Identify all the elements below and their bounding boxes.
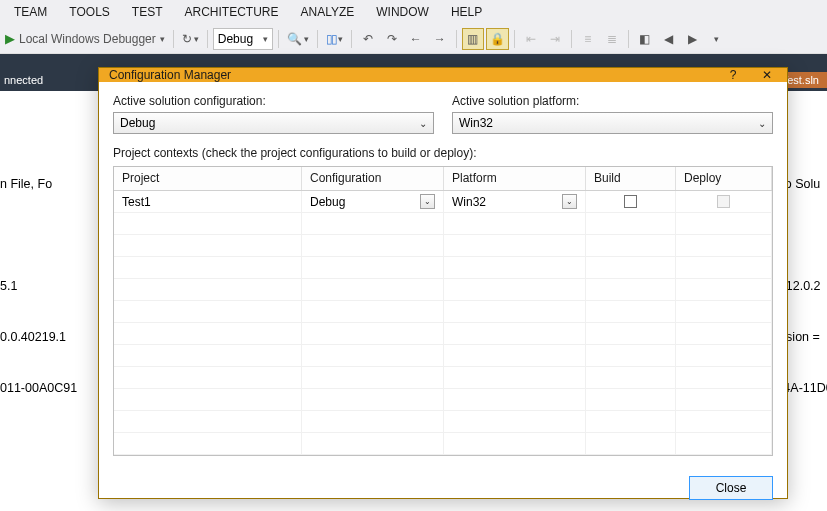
outdent-icon: ⇤ [526,32,536,46]
undo-button[interactable]: ↶ [357,28,379,50]
chevron-down-icon: ▾ [160,34,165,44]
col-project[interactable]: Project [114,167,302,190]
step-button[interactable]: ▯▯▾ [323,28,346,50]
solution-platform-dropdown[interactable]: Win32 ⌄ [452,112,773,134]
menu-window[interactable]: WINDOW [366,3,439,21]
redo-icon: ↷ [387,32,397,46]
col-platform[interactable]: Platform [444,167,586,190]
separator [514,30,515,48]
outdent-button[interactable]: ⇤ [520,28,542,50]
table-row-empty [114,213,772,235]
menu-team[interactable]: TEAM [4,3,57,21]
comment-icon: ≡ [584,32,591,46]
nav-back-button[interactable]: ← [405,28,427,50]
col-build[interactable]: Build [586,167,676,190]
dialog-titlebar[interactable]: Configuration Manager ? ✕ [99,68,787,82]
more-button[interactable]: ▾ [706,28,728,50]
indent-button[interactable]: ⇥ [544,28,566,50]
debugger-label: Local Windows Debugger [19,32,156,46]
refresh-button[interactable]: ↻▾ [179,28,202,50]
label-solution-config: Active solution configuration: [113,94,434,108]
next-bookmark-button[interactable]: ▶ [682,28,704,50]
cell-build [586,191,676,212]
grid-header: Project Configuration Platform Build Dep… [114,167,772,191]
uncomment-button[interactable]: ≣ [601,28,623,50]
comment-button[interactable]: ≡ [577,28,599,50]
cell-configuration-value: Debug [310,195,345,209]
chevron-down-icon: ▾ [194,34,199,44]
dialog-footer: Close [99,466,787,511]
toggle-b-button[interactable]: 🔒 [486,28,509,50]
menu-test[interactable]: TEST [122,3,173,21]
panel-icon: ▥ [467,32,478,46]
table-row-empty [114,257,772,279]
menu-architecture[interactable]: ARCHITECTURE [174,3,288,21]
config-dropdown[interactable]: Debug ▾ [213,28,273,50]
editor-line: 0.0.40219.1 [0,329,77,346]
chevron-down-icon: ⌄ [562,194,577,209]
dialog-body: Active solution configuration: Debug ⌄ A… [99,82,787,466]
step-icon: ▯▯ [326,32,336,46]
cell-project: Test1 [114,191,302,212]
editor-line [0,482,77,499]
deploy-checkbox-disabled [717,195,730,208]
table-row-empty [114,345,772,367]
indent-icon: ⇥ [550,32,560,46]
table-row-empty [114,389,772,411]
toolbar: ▶ Local Windows Debugger ▾ ↻▾ Debug ▾ 🔍▾… [0,24,827,54]
col-deploy[interactable]: Deploy [676,167,772,190]
close-dialog-button[interactable]: Close [689,476,773,500]
redo-button[interactable]: ↷ [381,28,403,50]
menu-help[interactable]: HELP [441,3,492,21]
solution-platform-value: Win32 [459,116,493,130]
lock-icon: 🔒 [490,32,505,46]
table-row-empty [114,367,772,389]
chevron-down-icon: ⌄ [419,118,427,129]
bookmark-next-icon: ▶ [688,32,697,46]
table-row-empty [114,433,772,455]
separator [317,30,318,48]
prev-bookmark-button[interactable]: ◀ [658,28,680,50]
menu-bar: TEAM TOOLS TEST ARCHITECTURE ANALYZE WIN… [0,0,827,24]
solution-config-dropdown[interactable]: Debug ⌄ [113,112,434,134]
nav-forward-button[interactable]: → [429,28,451,50]
find-button[interactable]: 🔍▾ [284,28,312,50]
arrow-left-icon: ← [410,32,422,46]
col-configuration[interactable]: Configuration [302,167,444,190]
arrow-right-icon: → [434,32,446,46]
menu-tools[interactable]: TOOLS [59,3,119,21]
bookmark-button[interactable]: ◧ [634,28,656,50]
label-solution-platform: Active solution platform: [452,94,773,108]
config-dropdown-value: Debug [218,32,253,46]
editor-line: n File, Fo [0,176,77,193]
start-debugger-button[interactable]: ▶ Local Windows Debugger ▾ [2,28,168,50]
chevron-down-icon: ⌄ [758,118,766,129]
status-text: nnected [0,74,43,86]
undo-icon: ↶ [363,32,373,46]
editor-line: 5.1 [0,278,77,295]
project-contexts-grid: Project Configuration Platform Build Dep… [113,166,773,456]
toggle-a-button[interactable]: ▥ [462,28,484,50]
table-row-empty [114,279,772,301]
editor-line [0,125,77,142]
cell-platform-value: Win32 [452,195,486,209]
cell-configuration-dropdown[interactable]: Debug ⌄ [302,191,444,212]
close-button[interactable]: ✕ [757,68,777,82]
project-contexts-label: Project contexts (check the project conf… [113,146,773,160]
chevron-down-icon: ▾ [304,34,309,44]
cell-deploy [676,191,772,212]
menu-analyze[interactable]: ANALYZE [291,3,365,21]
bookmark-icon: ◧ [639,32,650,46]
separator [628,30,629,48]
table-row-empty [114,301,772,323]
table-row-empty [114,323,772,345]
dropdown-icon: ▾ [714,34,719,44]
cell-platform-dropdown[interactable]: Win32 ⌄ [444,191,586,212]
help-button[interactable]: ? [723,68,743,82]
chevron-down-icon: ▾ [338,34,343,44]
table-row-empty [114,411,772,433]
separator [456,30,457,48]
editor-line [0,227,77,244]
editor-line [0,431,77,448]
build-checkbox[interactable] [624,195,637,208]
